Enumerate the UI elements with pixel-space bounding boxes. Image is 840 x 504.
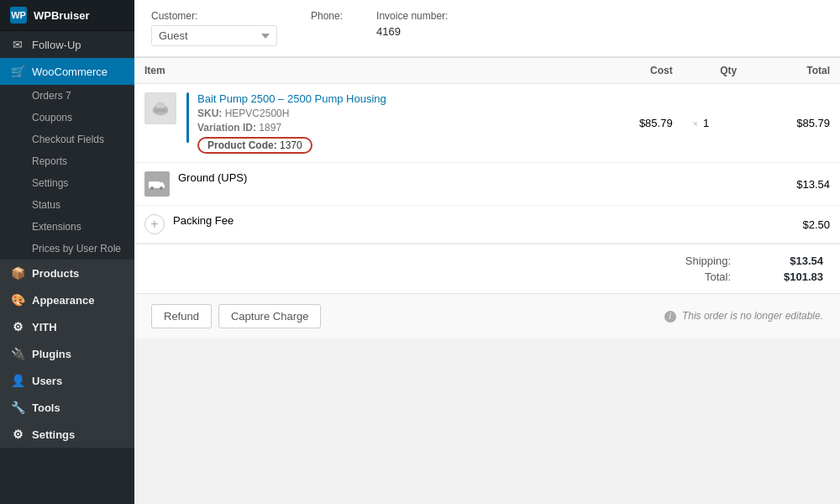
col-item: Item bbox=[134, 58, 590, 84]
sidebar-item-follow-up[interactable]: ✉ Follow-Up bbox=[0, 31, 134, 58]
fee-cell-content: + Packing Fee bbox=[144, 214, 580, 234]
order-table: Item Cost Qty Total bbox=[134, 57, 840, 244]
item-cell-content: Bait Pump 2500 – 2500 Pump Housing SKU: … bbox=[144, 92, 580, 154]
sidebar-item-products[interactable]: 📦 Products bbox=[0, 260, 134, 286]
settings-label: Settings bbox=[32, 177, 68, 189]
shipping-label: Ground (UPS) bbox=[178, 171, 247, 184]
totals-section: Shipping: $13.54 Total: $101.83 bbox=[134, 244, 840, 293]
shipping-total-value: $13.54 bbox=[764, 255, 823, 267]
shipping-cost-empty bbox=[590, 163, 683, 206]
tools-label: Tools bbox=[32, 402, 60, 414]
sidebar-item-extensions[interactable]: Extensions bbox=[0, 216, 134, 238]
extensions-label: Extensions bbox=[32, 221, 81, 233]
qty-value-group: × 1 bbox=[693, 117, 737, 129]
product-code-badge: Product Code: 1370 bbox=[197, 137, 312, 154]
sidebar-item-plugins[interactable]: 🔌 Plugins bbox=[0, 340, 134, 367]
sidebar-item-prices-by-user-role[interactable]: Prices by User Role bbox=[0, 238, 134, 260]
tools-icon: 🔧 bbox=[10, 401, 25, 414]
fee-total: $2.50 bbox=[747, 206, 840, 244]
total-cell: $85.79 bbox=[747, 84, 840, 163]
customer-select[interactable]: Guest bbox=[151, 25, 277, 46]
variation-meta: Variation ID: 1897 bbox=[197, 122, 386, 134]
total-label: Total: bbox=[705, 270, 731, 283]
yith-label: YITH bbox=[32, 321, 57, 333]
fee-item-cell: + Packing Fee bbox=[134, 206, 590, 244]
product-code-value: 1370 bbox=[280, 139, 302, 151]
refund-button[interactable]: Refund bbox=[151, 304, 212, 328]
product-name-link[interactable]: Bait Pump 2500 – 2500 Pump Housing bbox=[197, 92, 386, 105]
sidebar-logo[interactable]: WP WPBruiser bbox=[0, 0, 134, 31]
invoice-field-group: Invoice number: 4169 bbox=[376, 10, 448, 46]
svg-point-6 bbox=[160, 186, 163, 190]
cost-cell: $85.79 bbox=[590, 84, 683, 163]
product-code-badge-container: Product Code: 1370 bbox=[197, 134, 386, 154]
sidebar-item-checkout-fields[interactable]: Checkout Fields bbox=[0, 129, 134, 150]
qty-value: 1 bbox=[703, 117, 709, 129]
orders-label: Orders bbox=[32, 90, 63, 102]
sku-meta: SKU: HEPVC2500H bbox=[197, 108, 386, 119]
products-icon: 📦 bbox=[10, 266, 25, 280]
shipping-item-cell: Ground (UPS) bbox=[134, 163, 590, 206]
col-cost: Cost bbox=[590, 58, 683, 84]
item-separator bbox=[186, 92, 189, 143]
order-total-row: Total: $101.83 bbox=[705, 270, 823, 283]
qty-cell: × 1 bbox=[683, 84, 747, 163]
not-editable-message: i This order is no longer editable. bbox=[664, 310, 823, 323]
invoice-label: Invoice number: bbox=[376, 10, 448, 22]
sidebar-item-woocommerce[interactable]: 🛒 WooCommerce bbox=[0, 58, 134, 85]
sidebar-item-yith[interactable]: ⚙ YITH bbox=[0, 313, 134, 340]
customer-field-group: Customer: Guest bbox=[151, 10, 277, 46]
order-top-fields: Customer: Guest Phone: Invoice number: 4… bbox=[134, 0, 840, 57]
shipping-qty-empty bbox=[683, 163, 747, 206]
not-editable-text: This order is no longer editable. bbox=[682, 310, 823, 322]
sidebar-item-settings[interactable]: Settings bbox=[0, 172, 134, 194]
sku-value: HEPVC2500H bbox=[225, 108, 290, 119]
svg-point-5 bbox=[150, 186, 154, 190]
sidebar-item-label: Follow-Up bbox=[32, 39, 81, 51]
sidebar-item-orders[interactable]: Orders 7 bbox=[0, 85, 134, 107]
item-cell: Bait Pump 2500 – 2500 Pump Housing SKU: … bbox=[134, 84, 590, 163]
item-details: Bait Pump 2500 – 2500 Pump Housing SKU: … bbox=[197, 92, 386, 154]
plus-icon: + bbox=[144, 214, 165, 234]
mail-icon: ✉ bbox=[10, 38, 25, 51]
fee-qty-empty bbox=[683, 206, 747, 244]
coupons-label: Coupons bbox=[32, 112, 72, 123]
product-code-label: Product Code: bbox=[207, 139, 277, 151]
plugins-icon: 🔌 bbox=[10, 347, 25, 360]
status-label: Status bbox=[32, 199, 60, 211]
sidebar-item-coupons[interactable]: Coupons bbox=[0, 107, 134, 129]
sidebar-item-status[interactable]: Status bbox=[0, 194, 134, 216]
customer-label: Customer: bbox=[151, 10, 277, 22]
woocommerce-icon: 🛒 bbox=[10, 65, 25, 78]
main-content: Customer: Guest Phone: Invoice number: 4… bbox=[134, 0, 840, 504]
sidebar-item-tools[interactable]: 🔧 Tools bbox=[0, 394, 134, 421]
checkout-fields-label: Checkout Fields bbox=[32, 134, 104, 145]
phone-label: Phone: bbox=[311, 10, 343, 22]
sidebar-item-settings-main[interactable]: ⚙ Settings bbox=[0, 421, 134, 448]
table-row: Bait Pump 2500 – 2500 Pump Housing SKU: … bbox=[134, 84, 840, 163]
users-label: Users bbox=[32, 375, 62, 387]
settings-main-label: Settings bbox=[32, 428, 75, 441]
sidebar-item-appearance[interactable]: 🎨 Appearance bbox=[0, 286, 134, 313]
svg-point-2 bbox=[155, 102, 165, 108]
sidebar-item-reports[interactable]: Reports bbox=[0, 150, 134, 172]
shipping-icon bbox=[144, 171, 170, 197]
info-icon: i bbox=[664, 311, 676, 323]
shipping-cell-content: Ground (UPS) bbox=[144, 171, 580, 197]
action-buttons: Refund Capture Charge bbox=[151, 304, 321, 328]
sidebar-item-users[interactable]: 👤 Users bbox=[0, 367, 134, 394]
appearance-icon: 🎨 bbox=[10, 293, 25, 307]
qty-sep: × bbox=[693, 118, 698, 129]
table-row: + Packing Fee $2.50 bbox=[134, 206, 840, 244]
plugins-label: Plugins bbox=[32, 348, 71, 360]
sku-label: SKU: bbox=[197, 108, 222, 119]
svg-rect-3 bbox=[154, 108, 166, 113]
sidebar-item-label: WooCommerce bbox=[32, 66, 108, 78]
capture-charge-button[interactable]: Capture Charge bbox=[218, 304, 322, 328]
shipping-total-row: Shipping: $13.54 bbox=[685, 255, 823, 267]
table-row: Ground (UPS) $13.54 bbox=[134, 163, 840, 206]
products-label: Products bbox=[32, 267, 79, 280]
shipping-total: $13.54 bbox=[747, 163, 840, 206]
shipping-total-label: Shipping: bbox=[685, 255, 731, 267]
users-icon: 👤 bbox=[10, 374, 25, 387]
